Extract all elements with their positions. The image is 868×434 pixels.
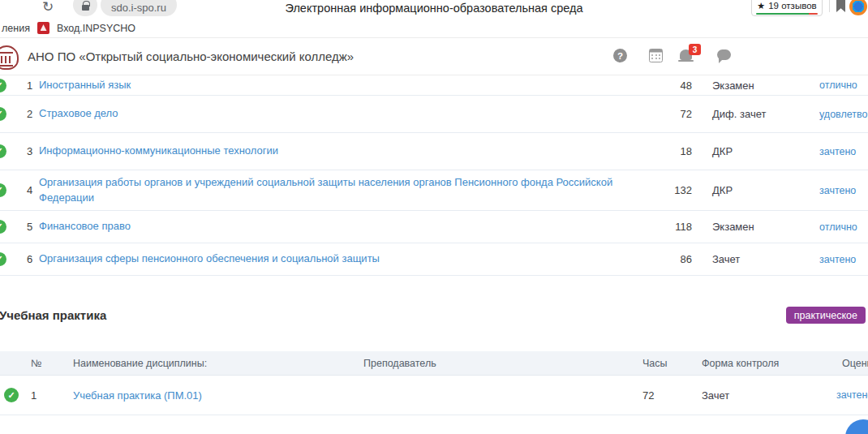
site-header: АНО ПО «Открытый социально-экономический… — [0, 38, 868, 75]
notifications-count-badge: 3 — [689, 44, 701, 55]
browser-toolbar: sdo.i-spo.ru Электронная информационно-о… — [0, 0, 868, 18]
college-name: АНО ПО «Открытый социально-экономический… — [28, 49, 354, 63]
control-form: ДКР — [695, 184, 813, 196]
row-number: 2 — [6, 108, 34, 120]
bookmark-item-inpsycho[interactable]: Вход.INPSYCHO — [57, 23, 135, 34]
table-row: 3 Информационно-коммуникационные техноло… — [0, 133, 868, 170]
calendar-icon[interactable] — [649, 49, 663, 62]
table-row: 1 Учебная практика (ПМ.01) 72 Зачет зачт… — [0, 376, 868, 415]
discipline-link[interactable]: Иностранный язык — [39, 79, 131, 91]
grade-link[interactable]: зачтено — [836, 389, 868, 401]
discipline-link[interactable]: Учебная практика (ПМ.01) — [73, 389, 202, 402]
row-number: 5 — [6, 221, 34, 233]
messages-icon[interactable] — [717, 49, 731, 60]
control-form: ДКР — [695, 145, 813, 157]
grade-link[interactable]: зачтено — [819, 146, 856, 157]
discipline-link[interactable]: Организация сферы пенсионного обеспечени… — [39, 252, 380, 264]
status-complete-icon — [0, 220, 6, 234]
status-complete-icon — [0, 252, 6, 266]
control-form: Зачет — [695, 253, 813, 265]
control-form: Экзамен — [695, 79, 813, 92]
page-title: Электронная информационно-образовательна… — [0, 2, 868, 15]
bookmark-favicon-icon — [37, 22, 49, 34]
status-complete-icon — [0, 79, 6, 92]
bookmark-item-truncated[interactable]: ления — [2, 23, 30, 34]
discipline-link[interactable]: Финансовое право — [39, 220, 131, 232]
table-row: 2 Страховое дело 72 Диф. зачет удовлетво… — [0, 96, 868, 133]
grade-link[interactable]: зачтено — [819, 254, 856, 265]
column-header-grade: Оценка — [822, 358, 868, 369]
row-number: 1 — [6, 79, 34, 92]
grade-link[interactable]: отлично — [819, 79, 857, 91]
control-form: Диф. зачет — [695, 108, 813, 120]
hours-value: 86 — [638, 253, 695, 265]
row-number: 6 — [6, 253, 34, 265]
hours-value: 72 — [639, 389, 700, 402]
practice-type-badge: практическое — [786, 307, 866, 324]
row-number: 3 — [6, 145, 34, 157]
table-row: 6 Организация сферы пенсионного обеспече… — [0, 243, 868, 276]
table-row: 4 Организация работы органов и учреждени… — [0, 170, 868, 211]
hours-value: 48 — [638, 79, 695, 92]
discipline-link[interactable]: Информационно-коммуникационные технологи… — [39, 144, 278, 157]
practice-table: № Наименование дисциплины: Преподаватель… — [0, 351, 868, 415]
status-complete-icon — [0, 183, 6, 197]
hours-value: 132 — [638, 184, 695, 196]
college-logo-icon[interactable] — [0, 45, 19, 70]
column-header-hours: Часы — [639, 358, 700, 369]
row-number: 1 — [23, 389, 47, 402]
hours-value: 118 — [638, 221, 695, 233]
floating-chat-button[interactable] — [845, 419, 868, 434]
bookmarks-bar: ления Вход.INPSYCHO — [0, 18, 868, 38]
reviews-rating-bar — [756, 13, 818, 15]
control-form: Экзамен — [695, 221, 813, 233]
help-icon[interactable] — [613, 49, 627, 62]
reviews-count: 19 отзывов — [768, 2, 816, 11]
star-icon — [757, 2, 765, 11]
section-title-practice: Учебная практика — [0, 308, 106, 322]
grade-link[interactable]: отлично — [819, 221, 857, 233]
status-complete-icon — [0, 107, 6, 121]
column-header-name: Наименование дисциплины: — [47, 358, 363, 369]
table-row: 5 Финансовое право 118 Экзамен отлично — [0, 211, 868, 243]
row-number: 4 — [6, 184, 34, 196]
discipline-link[interactable]: Страховое дело — [39, 107, 118, 119]
column-header-num: № — [23, 358, 47, 369]
column-header-teacher: Преподаватель — [363, 358, 639, 369]
control-form: Зачет — [700, 389, 822, 402]
status-complete-icon — [4, 388, 19, 402]
grade-link[interactable]: удовлетворительно — [819, 109, 868, 120]
column-header-control: Форма контроля — [700, 358, 822, 369]
table-row: 1 Иностранный язык 48 Экзамен отлично — [0, 75, 868, 96]
grade-link[interactable]: зачтено — [819, 185, 856, 196]
status-complete-icon — [0, 144, 6, 158]
disciplines-table: 1 Иностранный язык 48 Экзамен отлично 2 … — [0, 75, 868, 276]
practice-table-header: № Наименование дисциплины: Преподаватель… — [0, 351, 868, 376]
toolbar-divider — [829, 0, 830, 12]
reviews-button[interactable]: 19 отзывов — [751, 0, 823, 16]
hours-value: 72 — [638, 108, 695, 120]
hours-value: 18 — [638, 145, 695, 157]
discipline-link[interactable]: Организация работы органов и учреждений … — [39, 176, 612, 204]
